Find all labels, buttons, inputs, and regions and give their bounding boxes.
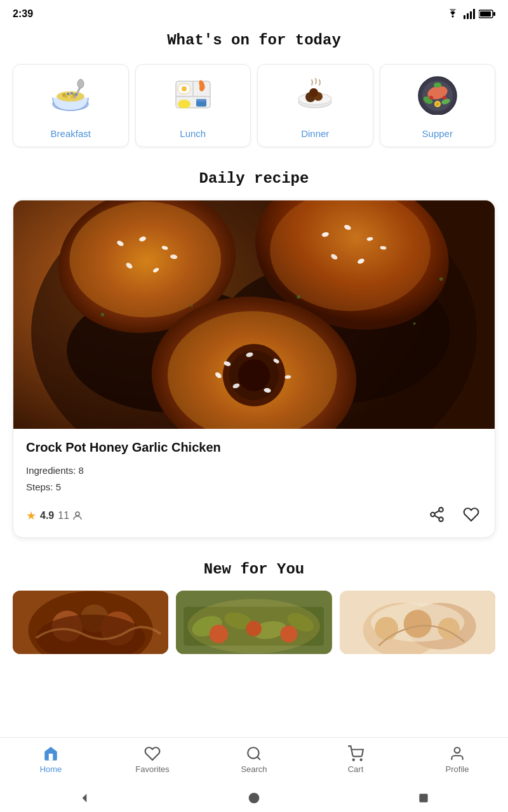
home-label: Home (40, 764, 62, 774)
profile-label: Profile (446, 764, 469, 774)
recipe-rating: ★ 4.9 11 (26, 509, 83, 523)
new-card-3-image (340, 591, 495, 654)
home-button[interactable] (244, 789, 264, 808)
heart-icon (463, 506, 479, 523)
meal-card-dinner[interactable]: Dinner (257, 64, 373, 147)
svg-line-111 (257, 757, 260, 760)
svg-point-80 (439, 277, 443, 281)
bottom-nav: Home Favorites Search Cart Profile (0, 737, 508, 784)
svg-point-15 (77, 79, 84, 88)
svg-point-110 (248, 747, 258, 758)
new-card-1[interactable] (13, 591, 168, 654)
profile-icon (449, 745, 465, 762)
meal-card-breakfast[interactable]: Breakfast (13, 64, 129, 147)
svg-point-43 (434, 82, 441, 88)
svg-rect-1 (467, 13, 469, 19)
cart-label: Cart (348, 764, 364, 774)
svg-point-81 (76, 512, 79, 516)
back-button[interactable] (75, 789, 94, 808)
search-nav-icon (246, 745, 262, 762)
svg-point-68 (238, 359, 271, 391)
status-time: 2:39 (13, 8, 33, 20)
svg-point-26 (178, 100, 190, 108)
svg-point-102 (188, 599, 321, 653)
breakfast-label: Breakfast (51, 128, 91, 139)
recent-icon (417, 792, 430, 804)
share-button[interactable] (426, 504, 448, 527)
svg-point-112 (353, 759, 354, 761)
main-content: What's on for today (0, 25, 508, 756)
favorite-button[interactable] (460, 504, 482, 527)
meal-card-lunch[interactable]: Lunch (135, 64, 251, 147)
svg-point-17 (70, 92, 73, 95)
new-card-2-image (176, 591, 331, 654)
cart-icon (347, 745, 364, 762)
new-for-you-section: New for You (13, 561, 495, 654)
rating-count: 11 (58, 510, 83, 521)
svg-point-107 (375, 617, 398, 640)
svg-rect-2 (470, 11, 472, 19)
svg-point-114 (455, 747, 460, 753)
svg-point-33 (309, 88, 318, 97)
svg-point-108 (403, 610, 431, 638)
svg-point-116 (249, 793, 260, 804)
recent-button[interactable] (414, 789, 433, 808)
steps-info: Steps: 5 (26, 479, 482, 495)
new-for-you-title: New for You (13, 561, 495, 578)
signal-icon (464, 9, 475, 19)
home-circle-icon (248, 792, 260, 804)
home-icon (43, 745, 59, 762)
svg-point-79 (413, 322, 416, 325)
star-icon: ★ (26, 509, 36, 523)
svg-point-76 (101, 313, 105, 317)
svg-marker-115 (83, 794, 87, 802)
dinner-icon (293, 74, 337, 123)
new-card-3[interactable] (340, 591, 495, 654)
wifi-icon (446, 9, 460, 19)
daily-recipe-title: Daily recipe (13, 170, 495, 187)
svg-point-42 (436, 102, 439, 106)
daily-recipe-section: Daily recipe (13, 170, 495, 538)
svg-rect-5 (480, 11, 491, 16)
svg-rect-28 (196, 99, 206, 102)
nav-home[interactable]: Home (25, 745, 76, 774)
battery-icon (479, 10, 495, 18)
new-cards-container (13, 591, 495, 654)
svg-point-49 (69, 202, 221, 317)
recipe-image (13, 200, 495, 429)
meal-card-supper[interactable]: Supper (380, 64, 496, 147)
recipe-actions (426, 504, 482, 527)
share-icon (429, 506, 445, 523)
recipe-meta: Ingredients: 8 Steps: 5 (26, 462, 482, 495)
recipe-card[interactable]: Crock Pot Honey Garlic Chicken Ingredien… (13, 200, 495, 538)
nav-favorites[interactable]: Favorites (127, 745, 178, 774)
dinner-label: Dinner (301, 128, 329, 139)
status-icons (446, 9, 495, 19)
status-bar: 2:39 (0, 0, 508, 25)
svg-point-39 (429, 96, 433, 100)
page-title: What's on for today (13, 32, 495, 49)
supper-icon (415, 74, 460, 123)
search-label: Search (241, 764, 267, 774)
supper-label: Supper (422, 128, 453, 139)
lunch-icon (171, 74, 215, 123)
recipe-footer: ★ 4.9 11 (26, 504, 482, 527)
nav-profile[interactable]: Profile (432, 745, 483, 774)
new-card-2[interactable] (176, 591, 331, 654)
svg-point-113 (361, 759, 362, 761)
meal-categories: Breakfast (13, 64, 495, 147)
svg-point-13 (71, 96, 74, 99)
svg-line-85 (434, 516, 439, 518)
svg-rect-6 (493, 12, 495, 16)
favorites-label: Favorites (135, 764, 169, 774)
new-card-1-image (13, 591, 168, 654)
nav-search[interactable]: Search (229, 745, 279, 774)
nav-cart[interactable]: Cart (330, 745, 381, 774)
svg-point-78 (297, 295, 300, 299)
svg-point-77 (190, 304, 193, 307)
svg-rect-117 (419, 794, 427, 802)
rating-value: 4.9 (40, 510, 54, 521)
svg-point-23 (182, 86, 187, 91)
svg-rect-0 (464, 15, 465, 19)
svg-point-18 (75, 93, 77, 96)
